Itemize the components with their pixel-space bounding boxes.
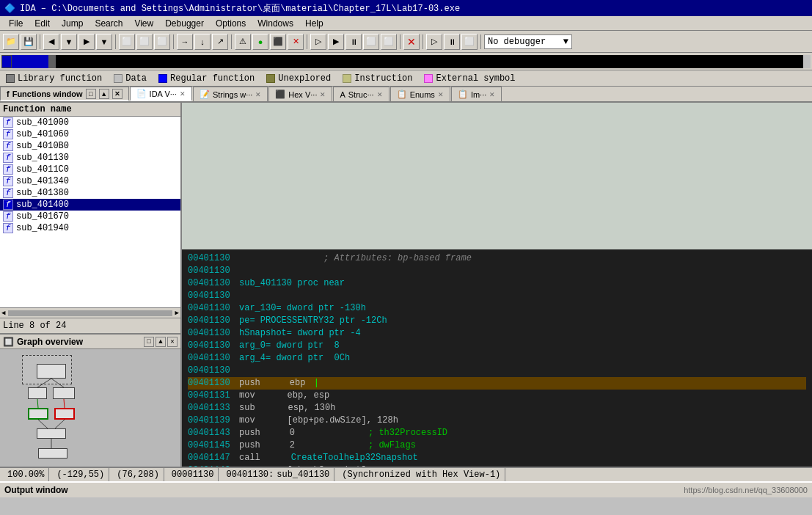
menu-edit[interactable]: Edit: [29, 17, 56, 30]
functions-window-tab-max[interactable]: ▲: [99, 89, 109, 99]
graph-close-btn[interactable]: ✕: [167, 337, 178, 347]
toolbar-step4[interactable]: ⬜: [363, 34, 379, 50]
toolbar-back2[interactable]: ▼: [61, 34, 77, 50]
toolbar-fwd2[interactable]: ▼: [96, 34, 112, 50]
graph-overview-titlebar: 🔲 Graph overview □ ▲ ✕: [0, 335, 180, 349]
func-sub_401000[interactable]: f sub_401000: [0, 117, 180, 128]
disasm-area[interactable]: 00401130 ; Attributes: bp-based frame 00…: [182, 249, 812, 467]
line-info: Line 8 of 24: [0, 318, 180, 333]
status-addr: 00401130: sub_401130: [222, 468, 334, 481]
toolbar-warn[interactable]: ⚠: [235, 34, 251, 50]
status-bar: 100.00% (-129,55) (76,208) 00001130 0040…: [0, 467, 812, 481]
func-sub_401340[interactable]: f sub_401340: [0, 175, 180, 187]
func-sub_401130[interactable]: f sub_401130: [0, 152, 180, 164]
hscroll-right[interactable]: ▶: [174, 309, 180, 317]
tab-hex-view[interactable]: ⬛ Hex V··· ✕: [268, 87, 332, 101]
func-sub_401400[interactable]: f sub_401400: [0, 199, 180, 211]
legend-data: Data: [114, 73, 147, 84]
menu-jump[interactable]: Jump: [56, 17, 89, 30]
legend-library-label: Library function: [18, 73, 102, 84]
toolbar-run[interactable]: ●: [252, 34, 268, 50]
func-sub_4011C0[interactable]: f sub_4011C0: [0, 164, 180, 175]
function-list[interactable]: f sub_401000 f sub_401060 f sub_4010B0 f…: [0, 117, 180, 307]
toolbar-down[interactable]: ↓: [194, 34, 211, 50]
toolbar-stop[interactable]: ✕: [288, 34, 304, 50]
tab-functions-window[interactable]: f Functions window □ ▲ ✕: [0, 87, 129, 101]
graph-restore-btn[interactable]: □: [144, 337, 154, 347]
tab-structs-close[interactable]: ✕: [377, 91, 383, 98]
legend-unexplored: Unexplored: [266, 73, 331, 84]
func-hscroll[interactable]: ◀ ▶: [0, 307, 180, 318]
tab-structs-icon: A: [340, 90, 345, 99]
graph-canvas[interactable]: [0, 349, 180, 467]
menu-file[interactable]: File: [3, 17, 29, 30]
toolbar-save[interactable]: 💾: [21, 34, 37, 50]
left-panel: Function name f sub_401000 f sub_401060 …: [0, 103, 182, 467]
toolbar-play[interactable]: ▷: [426, 34, 442, 50]
toolbar-stop2[interactable]: ⬜: [461, 34, 478, 50]
func-sub_401380[interactable]: f sub_401380: [0, 187, 180, 199]
tab-imports-close[interactable]: ✕: [489, 91, 495, 98]
toolbar-open[interactable]: 📁: [3, 34, 19, 50]
tab-strings-close[interactable]: ✕: [255, 91, 261, 98]
output-window[interactable]: Output window https://blog.csdn.net/qq_3…: [0, 481, 812, 497]
tab-enums[interactable]: 📋 Enums ✕: [390, 87, 450, 101]
menu-bar: File Edit Jump Search View Debugger Opti…: [0, 16, 812, 31]
graph-max-btn[interactable]: ▲: [156, 337, 166, 347]
graph-node-2: [28, 387, 47, 399]
disasm-line-push-ebp[interactable]: 00401130 push ebp |: [188, 377, 806, 390]
toolbar-hex3[interactable]: ⬜: [154, 34, 170, 50]
toolbar-step2[interactable]: ▶: [328, 34, 344, 50]
tab-imports-icon: 📋: [458, 90, 468, 99]
tab-structs[interactable]: A Struc··· ✕: [333, 87, 389, 101]
toolbar-step3[interactable]: ⏸: [345, 34, 362, 50]
toolbar-step5[interactable]: ⬜: [381, 34, 397, 50]
menu-view[interactable]: View: [128, 17, 159, 30]
menu-debugger[interactable]: Debugger: [159, 17, 210, 30]
tab-ida-view-close[interactable]: ✕: [180, 90, 186, 98]
toolbar-ref[interactable]: ↗: [212, 34, 228, 50]
functions-window-icon: f: [7, 90, 10, 98]
graph-node-5: [54, 408, 75, 420]
right-panel: 00401130 ; Attributes: bp-based frame 00…: [182, 103, 812, 467]
toolbar-sep5: [307, 34, 307, 49]
debugger-dropdown[interactable]: No debugger ▼: [484, 34, 572, 49]
tab-ida-view[interactable]: 📄 IDA V··· ✕: [130, 87, 192, 101]
functions-window-tab-label: Functions window: [12, 90, 83, 98]
menu-windows[interactable]: Windows: [252, 17, 299, 30]
func-sub_4010B0[interactable]: f sub_4010B0: [0, 140, 180, 152]
legend-bar: Library function Data Regular function U…: [0, 70, 812, 87]
toolbar-hex2[interactable]: ⬜: [136, 34, 153, 50]
menu-help[interactable]: Help: [299, 17, 329, 30]
func-sub_401670[interactable]: f sub_401670: [0, 211, 180, 222]
toolbar-hex1[interactable]: ⬜: [119, 34, 135, 50]
func-name-9: sub_401940: [16, 223, 69, 233]
toolbar-pause[interactable]: ⬛: [270, 34, 286, 50]
toolbar-back[interactable]: ◀: [43, 34, 59, 50]
status-pos1: (-129,55): [52, 468, 109, 481]
menu-search[interactable]: Search: [89, 17, 128, 30]
toolbar-pause2[interactable]: ⏸: [444, 34, 460, 50]
toolbar-step1[interactable]: ▷: [310, 34, 326, 50]
tab-imports-label: Im···: [471, 90, 486, 99]
menu-options[interactable]: Options: [210, 17, 252, 30]
toolbar-goto[interactable]: →: [177, 34, 193, 50]
func-sub_401940[interactable]: f sub_401940: [0, 222, 180, 234]
functions-window-tab-restore[interactable]: □: [86, 89, 96, 99]
tab-enums-close[interactable]: ✕: [438, 91, 444, 98]
tab-hex-view-close[interactable]: ✕: [320, 91, 326, 98]
tab-imports[interactable]: 📋 Im··· ✕: [451, 87, 502, 101]
func-sub_401060[interactable]: f sub_401060: [0, 128, 180, 140]
hscroll-track[interactable]: [8, 310, 172, 316]
toolbar-fwd[interactable]: ▶: [78, 34, 95, 50]
tab-strings[interactable]: 📝 Strings w··· ✕: [193, 87, 268, 101]
status-addr-value: 00401130:: [226, 470, 274, 480]
toolbar-cross[interactable]: ✕: [403, 34, 420, 50]
legend-data-label: Data: [125, 73, 147, 84]
nav-progress[interactable]: [12, 55, 811, 68]
func-icon-4: f: [3, 164, 13, 175]
tab-hex-view-icon: ⬛: [275, 90, 285, 99]
hscroll-left[interactable]: ◀: [0, 309, 7, 317]
func-name-2: sub_4010B0: [16, 141, 69, 151]
functions-window-tab-close[interactable]: ✕: [112, 89, 122, 99]
